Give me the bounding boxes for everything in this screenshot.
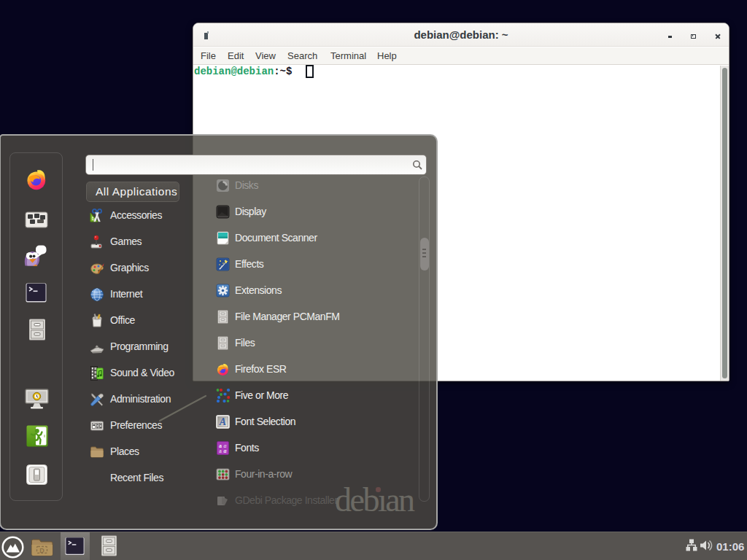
svg-text:a: a — [219, 448, 222, 454]
svg-text:D: D — [39, 547, 44, 554]
svg-text:A: A — [219, 416, 226, 427]
svg-text:a: a — [224, 448, 227, 454]
